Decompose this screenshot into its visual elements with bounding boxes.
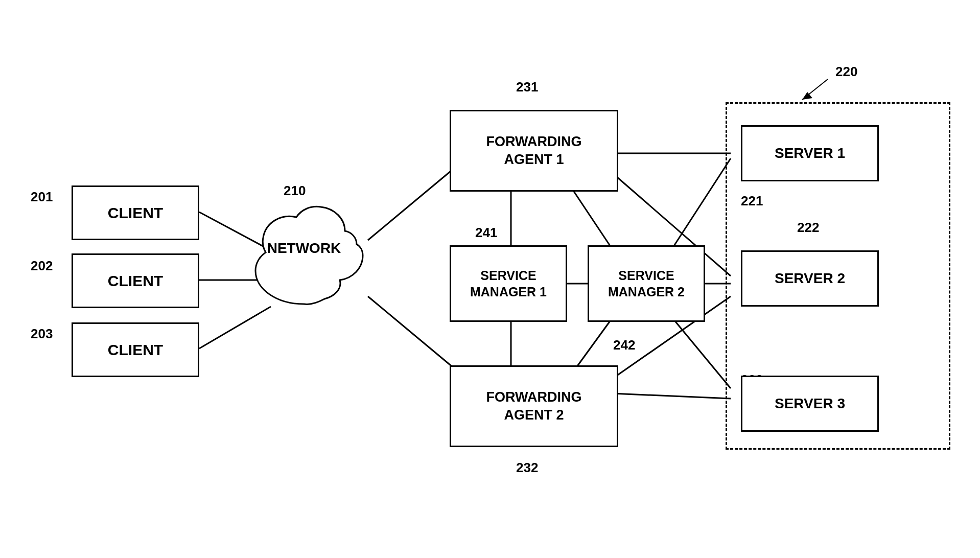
svg-line-8: [572, 317, 613, 373]
client2-box: CLIENT: [72, 253, 199, 308]
server2-id-label: 222: [797, 220, 819, 236]
forwarding-agent1-box: FORWARDINGAGENT 1: [450, 110, 618, 192]
server1-box: SERVER 1: [741, 125, 879, 181]
server2-box: SERVER 2: [741, 250, 879, 307]
network-id-label: 210: [284, 183, 306, 199]
service-manager2-id-label: 242: [613, 337, 635, 353]
client1-id-label: 201: [31, 189, 53, 205]
client3-box: CLIENT: [72, 322, 199, 377]
forwarding-agent2-id-label: 232: [516, 460, 538, 476]
client2-id-label: 202: [31, 258, 53, 274]
client1-box: CLIENT: [72, 185, 199, 240]
svg-line-3: [368, 164, 460, 240]
service-manager1-id-label: 241: [475, 225, 497, 241]
forwarding-agent1-id-label: 231: [516, 79, 538, 95]
forwarding-agent2-box: FORWARDINGAGENT 2: [450, 365, 618, 447]
service-manager1-box: SERVICEMANAGER 1: [450, 245, 567, 322]
client3-id-label: 203: [31, 326, 53, 342]
server-group-id-label: 220: [835, 64, 857, 80]
svg-line-13: [613, 393, 731, 399]
svg-line-14: [669, 158, 731, 253]
svg-line-6: [572, 189, 613, 250]
server1-id-label: 221: [741, 193, 763, 209]
svg-line-16: [669, 314, 731, 388]
svg-line-4: [368, 296, 460, 373]
diagram-container: 201 202 203 CLIENT CLIENT CLIENT NETWORK…: [0, 0, 980, 558]
server3-box: SERVER 3: [741, 376, 879, 432]
service-manager2-box: SERVICEMANAGER 2: [588, 245, 705, 322]
network-label: NETWORK: [235, 240, 373, 257]
network-cloud: NETWORK: [235, 204, 373, 317]
